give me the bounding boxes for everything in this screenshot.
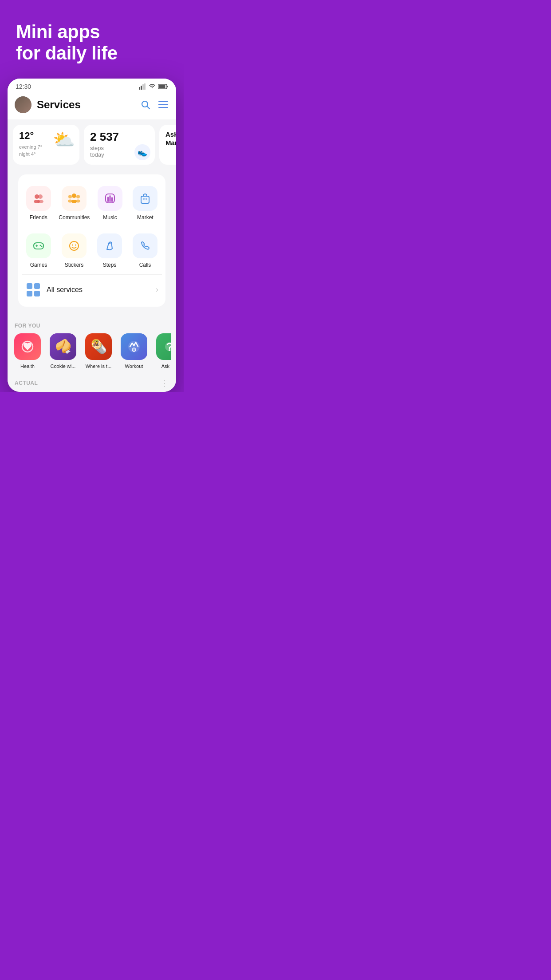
hero-title: Mini apps for daily life bbox=[16, 21, 168, 64]
svg-rect-21 bbox=[110, 195, 111, 202]
svg-point-41 bbox=[169, 349, 170, 351]
where-name: Where is t... bbox=[84, 364, 113, 369]
weather-icon: ⛅ bbox=[53, 129, 75, 150]
service-steps[interactable]: Steps bbox=[93, 229, 126, 273]
app-title: Services bbox=[37, 99, 134, 111]
communities-label: Communities bbox=[59, 214, 90, 221]
actual-section: ACTUAL ⋮ bbox=[8, 374, 176, 392]
svg-point-29 bbox=[41, 245, 43, 247]
for-you-label: FOR YOU bbox=[13, 319, 171, 333]
all-services-row[interactable]: All services › bbox=[22, 277, 162, 303]
ask-marussia-widget[interactable]: AskMarussia bbox=[159, 125, 176, 165]
svg-point-15 bbox=[76, 195, 80, 198]
svg-rect-0 bbox=[139, 87, 140, 90]
weather-widget[interactable]: 12° evening 7° night 4° ⛅ bbox=[13, 125, 79, 165]
steps-count: 2 537 bbox=[90, 130, 149, 144]
service-stickers[interactable]: Stickers bbox=[57, 229, 91, 273]
svg-point-13 bbox=[68, 195, 72, 198]
askme-icon bbox=[156, 333, 171, 360]
svg-point-32 bbox=[75, 244, 76, 245]
svg-rect-2 bbox=[142, 84, 144, 90]
svg-point-31 bbox=[72, 244, 73, 245]
cookie-icon: 🥠 bbox=[50, 333, 76, 360]
menu-button[interactable] bbox=[157, 99, 169, 111]
music-icon bbox=[104, 192, 116, 205]
services-section: Friends Communities bbox=[18, 174, 165, 307]
app-askme[interactable]: Ask me bbox=[155, 333, 171, 369]
svg-point-18 bbox=[76, 199, 80, 202]
wifi-icon bbox=[149, 84, 156, 89]
friends-label: Friends bbox=[30, 214, 47, 221]
steps-icon-bg bbox=[97, 233, 122, 258]
battery-icon bbox=[158, 84, 168, 89]
market-icon bbox=[139, 192, 151, 205]
calls-icon bbox=[139, 240, 151, 252]
signal-icon bbox=[139, 83, 146, 90]
status-bar: 12:30 bbox=[8, 79, 176, 93]
service-friends[interactable]: Friends bbox=[22, 182, 55, 225]
app-workout[interactable]: Workout bbox=[119, 333, 149, 369]
ask-label: AskMarussia bbox=[165, 130, 176, 147]
service-music[interactable]: Music bbox=[93, 182, 126, 225]
cookie-name: Cookie wi... bbox=[48, 364, 78, 369]
communities-icon-bg bbox=[62, 186, 87, 211]
steps-icon bbox=[103, 240, 116, 252]
actual-more-icon[interactable]: ⋮ bbox=[160, 378, 169, 388]
askme-name: Ask me bbox=[155, 364, 171, 369]
for-you-section: FOR YOU Health 🥠 Cookie wi... bbox=[8, 316, 176, 374]
svg-point-12 bbox=[37, 200, 43, 203]
services-grid-row2: Games Stickers bbox=[22, 229, 162, 273]
stickers-icon-bg bbox=[62, 233, 87, 258]
steps-label: Steps bbox=[103, 262, 117, 268]
svg-rect-36 bbox=[34, 291, 40, 296]
widget-row: 12° evening 7° night 4° ⛅ 2 537 steps to… bbox=[8, 119, 176, 170]
svg-point-30 bbox=[70, 241, 79, 250]
status-time: 12:30 bbox=[16, 83, 31, 90]
svg-rect-22 bbox=[111, 197, 113, 202]
games-icon bbox=[32, 241, 45, 251]
avatar[interactable] bbox=[15, 96, 31, 113]
all-services-label: All services bbox=[47, 286, 150, 294]
games-icon-bg bbox=[26, 233, 51, 258]
svg-rect-33 bbox=[27, 283, 32, 289]
status-icons bbox=[139, 83, 168, 90]
svg-rect-20 bbox=[107, 197, 109, 202]
services-section-wrapper: Friends Communities bbox=[8, 174, 176, 316]
search-icon bbox=[141, 100, 150, 110]
health-icon bbox=[14, 333, 41, 360]
app-header: Services bbox=[8, 93, 176, 119]
search-button[interactable] bbox=[140, 99, 151, 111]
service-calls[interactable]: Calls bbox=[128, 229, 162, 273]
menu-icon bbox=[158, 101, 168, 108]
chevron-right-icon: › bbox=[156, 285, 158, 294]
app-cookie[interactable]: 🥠 Cookie wi... bbox=[48, 333, 78, 369]
service-market[interactable]: Market bbox=[129, 182, 162, 225]
music-icon-bg bbox=[98, 186, 122, 211]
music-label: Music bbox=[103, 214, 117, 221]
app-where[interactable]: 🌯 Where is t... bbox=[84, 333, 113, 369]
service-games[interactable]: Games bbox=[22, 229, 55, 273]
svg-rect-6 bbox=[167, 86, 168, 87]
stickers-icon bbox=[68, 240, 80, 252]
svg-point-28 bbox=[40, 245, 41, 246]
bottom-spacer bbox=[0, 392, 184, 401]
app-health[interactable]: Health bbox=[13, 333, 42, 369]
friends-icon bbox=[32, 194, 45, 203]
svg-rect-25 bbox=[146, 198, 147, 200]
steps-shoe-icon: 👟 bbox=[134, 144, 150, 160]
service-communities[interactable]: Communities bbox=[57, 182, 91, 225]
market-label: Market bbox=[137, 214, 153, 221]
svg-rect-35 bbox=[27, 291, 32, 296]
divider-1 bbox=[22, 227, 162, 227]
market-icon-bg bbox=[133, 186, 157, 211]
divider-2 bbox=[22, 274, 162, 275]
svg-line-8 bbox=[147, 106, 150, 109]
header-icons bbox=[140, 99, 169, 111]
steps-widget[interactable]: 2 537 steps today 👟 bbox=[84, 125, 155, 165]
svg-rect-34 bbox=[34, 283, 40, 289]
services-grid-row1: Friends Communities bbox=[22, 182, 162, 225]
games-label: Games bbox=[30, 262, 47, 268]
all-services-icon bbox=[25, 282, 41, 298]
health-name: Health bbox=[13, 364, 42, 369]
stickers-label: Stickers bbox=[65, 262, 84, 268]
